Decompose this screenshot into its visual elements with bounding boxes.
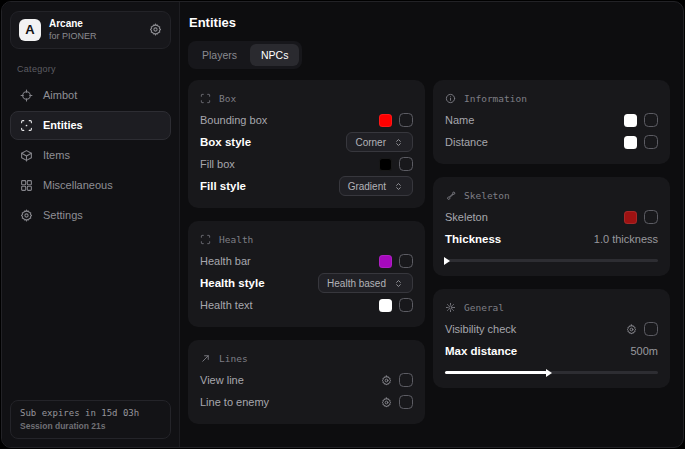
gear-icon[interactable] [149, 23, 162, 36]
sidebar-item-items[interactable]: Items [10, 141, 171, 170]
slider-track[interactable] [445, 371, 658, 374]
style-dropdown[interactable]: Gradient [339, 176, 413, 196]
color-swatch[interactable] [379, 255, 392, 268]
setting-label: Health style [200, 277, 265, 289]
setting-label: Box style [200, 136, 251, 148]
setting-row: Bounding box [200, 109, 413, 131]
style-dropdown[interactable]: Corner [346, 132, 413, 152]
setting-row: View line [200, 369, 413, 391]
card-title: Box [219, 93, 236, 104]
color-swatch[interactable] [624, 136, 637, 149]
slider-fill [445, 371, 547, 374]
card-information: InformationNameDistance [433, 80, 670, 164]
setting-controls [626, 322, 658, 336]
slider-track[interactable] [445, 259, 658, 262]
app-title-block: Arcane for PIONER [49, 18, 97, 42]
scan-brackets-icon [200, 93, 211, 104]
setting-label: View line [200, 374, 244, 386]
setting-controls [624, 113, 658, 127]
setting-label: Thickness [445, 233, 501, 245]
checkbox[interactable] [644, 113, 658, 127]
color-swatch[interactable] [379, 114, 392, 127]
diagonal-line-icon [200, 353, 211, 364]
style-dropdown[interactable]: Health based [318, 273, 413, 293]
sidebar-item-label: Settings [43, 209, 83, 221]
checkbox[interactable] [399, 395, 413, 409]
sidebar-nav: AimbotEntitiesItemsMiscellaneousSettings [10, 81, 171, 230]
checkbox[interactable] [399, 254, 413, 268]
page-title: Entities [189, 15, 670, 30]
sidebar-item-entities[interactable]: Entities [10, 111, 171, 140]
info-icon [445, 93, 456, 104]
sun-icon [445, 302, 456, 313]
gear-icon[interactable] [381, 375, 392, 386]
app-name: Arcane [49, 18, 97, 31]
color-swatch[interactable] [379, 299, 392, 312]
setting-controls: Health based [318, 273, 413, 293]
slider-value: 500m [630, 345, 658, 357]
scan-brackets-icon [200, 234, 211, 245]
checkbox[interactable] [644, 322, 658, 336]
card-header: General [445, 300, 658, 314]
card-title: General [464, 302, 504, 313]
setting-controls [379, 298, 413, 312]
checkbox[interactable] [644, 210, 658, 224]
setting-label: Health bar [200, 255, 251, 267]
card-general: GeneralVisibility checkMax distance500m [433, 289, 670, 388]
dropdown-value: Corner [355, 137, 386, 148]
setting-label: Health text [200, 299, 253, 311]
setting-label: Line to enemy [200, 396, 269, 408]
card-title: Lines [219, 353, 248, 364]
checkbox[interactable] [399, 157, 413, 171]
sidebar-item-label: Miscellaneous [43, 179, 113, 191]
gear-icon[interactable] [626, 324, 637, 335]
setting-label: Fill box [200, 158, 235, 170]
setting-controls [381, 373, 413, 387]
card-header: Skeleton [445, 188, 658, 202]
app-logo: A [19, 19, 41, 41]
color-swatch[interactable] [624, 114, 637, 127]
slider-handle[interactable] [546, 369, 552, 377]
left-column: BoxBounding boxBox styleCornerFill boxFi… [188, 80, 425, 424]
setting-row: Fill box [200, 153, 413, 175]
sidebar-item-miscellaneous[interactable]: Miscellaneous [10, 171, 171, 200]
category-label: Category [17, 64, 164, 74]
tab-npcs[interactable]: NPCs [250, 44, 299, 66]
setting-row: Distance [445, 131, 658, 153]
slider-handle[interactable] [444, 257, 450, 265]
setting-row: Health styleHealth based [200, 272, 413, 294]
setting-label: Distance [445, 136, 488, 148]
grid-icon [20, 179, 33, 192]
card-box: BoxBounding boxBox styleCornerFill boxFi… [188, 80, 425, 208]
sidebar-item-label: Items [43, 149, 70, 161]
setting-controls [624, 135, 658, 149]
gear-icon[interactable] [381, 397, 392, 408]
setting-label: Max distance [445, 345, 517, 357]
setting-controls [381, 395, 413, 409]
setting-row: Health text [200, 294, 413, 316]
tab-players[interactable]: Players [191, 44, 248, 66]
color-swatch[interactable] [624, 211, 637, 224]
setting-row: Visibility check [445, 318, 658, 340]
setting-row: Health bar [200, 250, 413, 272]
checkbox[interactable] [399, 373, 413, 387]
color-swatch[interactable] [379, 158, 392, 171]
setting-row: Line to enemy [200, 391, 413, 413]
right-column: InformationNameDistanceSkeletonSkeletonT… [433, 80, 670, 388]
card-header: Box [200, 91, 413, 105]
sidebar: A Arcane for PIONER Category AimbotEntit… [2, 2, 180, 447]
setting-row: Name [445, 109, 658, 131]
app-header: A Arcane for PIONER [10, 11, 171, 49]
card-skeleton: SkeletonSkeletonThickness1.0 thickness [433, 177, 670, 276]
sidebar-item-aimbot[interactable]: Aimbot [10, 81, 171, 110]
setting-controls: 500m [630, 345, 658, 357]
checkbox[interactable] [399, 113, 413, 127]
setting-controls: Gradient [339, 176, 413, 196]
sub-expires-text: Sub expires in 15d 03h [20, 408, 161, 418]
checkbox[interactable] [644, 135, 658, 149]
setting-label: Visibility check [445, 323, 516, 335]
checkbox[interactable] [399, 298, 413, 312]
sidebar-item-settings[interactable]: Settings [10, 201, 171, 230]
session-duration-text: Session duration 21s [20, 421, 161, 431]
sidebar-item-label: Aimbot [43, 89, 77, 101]
